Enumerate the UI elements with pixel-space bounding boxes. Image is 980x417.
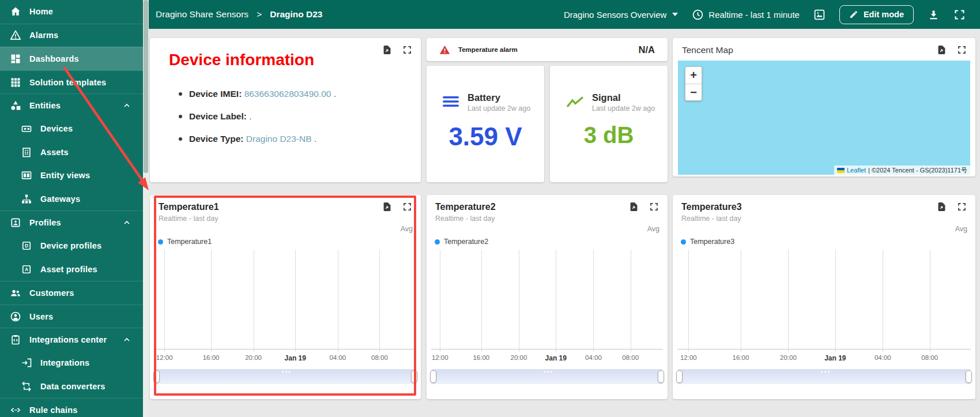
sidebar-item-entities[interactable]: Entities bbox=[0, 93, 143, 117]
scrollbar-thumb[interactable] bbox=[144, 0, 148, 173]
x-axis-labels: 12:00 16:00 20:00 Jan 19 04:00 08:00 bbox=[677, 354, 971, 363]
battery-value: 3.59 V bbox=[427, 122, 544, 151]
export-file-icon[interactable] bbox=[382, 201, 393, 212]
person-circle-icon bbox=[10, 311, 21, 322]
slider-left-handle[interactable] bbox=[153, 370, 160, 383]
sidebar-item-devices[interactable]: Devices bbox=[0, 117, 143, 141]
image-icon[interactable] bbox=[813, 9, 826, 21]
legend-item[interactable]: Temperature2 bbox=[435, 238, 488, 246]
device-label-row: Device Label: . bbox=[178, 111, 336, 122]
timewindow-button[interactable]: Realtime - last 1 minute bbox=[692, 9, 800, 21]
shapes-icon bbox=[10, 100, 21, 111]
leaflet-link[interactable]: Leaflet bbox=[847, 167, 866, 174]
device-imei-row: Device IMEI: 863663062803490.00 . bbox=[178, 89, 336, 99]
breadcrumb: Dragino Share Sensors > Dragino D23 bbox=[149, 9, 323, 20]
expand-icon[interactable] bbox=[956, 201, 967, 212]
chart-title: Temperature3 bbox=[681, 202, 742, 212]
aggregation-label[interactable]: Avg bbox=[401, 225, 413, 233]
chart-plot-area[interactable] bbox=[154, 250, 416, 350]
time-range-slider[interactable] bbox=[154, 369, 416, 384]
export-file-icon[interactable] bbox=[936, 201, 947, 212]
chart-timewindow: Realtime - last day bbox=[435, 215, 495, 223]
clock-icon bbox=[692, 9, 704, 21]
legend-item[interactable]: Temperature1 bbox=[158, 238, 212, 246]
expand-icon[interactable] bbox=[956, 44, 967, 55]
sidebar-item-users[interactable]: Users bbox=[0, 305, 143, 328]
expand-icon[interactable] bbox=[649, 201, 659, 212]
sidebar-item-assets[interactable]: Assets bbox=[0, 141, 143, 164]
sidebar-item-dashboards[interactable]: Dashboards bbox=[0, 47, 143, 70]
slider-right-handle[interactable] bbox=[411, 370, 417, 383]
chart-title: Temperature2 bbox=[435, 202, 496, 212]
breadcrumb-current: Dragino D23 bbox=[270, 9, 322, 20]
alarm-value: N/A bbox=[639, 44, 655, 55]
alarm-triangle-icon bbox=[439, 44, 450, 55]
breadcrumb-root[interactable]: Dragino Share Sensors bbox=[156, 9, 248, 20]
sidebar-item-integrations[interactable]: Integrations bbox=[0, 351, 143, 375]
device-imei-value: 863663062803490.00 bbox=[244, 89, 331, 99]
slider-left-handle[interactable] bbox=[430, 370, 436, 383]
zoom-out-button[interactable]: − bbox=[685, 84, 702, 100]
chart-timewindow: Realtime - last day bbox=[681, 215, 741, 223]
badge-icon bbox=[10, 217, 21, 228]
chart-timewindow: Realtime - last day bbox=[159, 215, 218, 223]
time-range-slider[interactable] bbox=[677, 369, 971, 384]
chevron-up-icon bbox=[122, 218, 131, 227]
svg-text:A: A bbox=[25, 266, 28, 272]
transform-icon bbox=[21, 381, 32, 392]
sidebar-item-home[interactable]: Home bbox=[0, 0, 143, 24]
battery-card: Battery Last update 2w ago 3.59 V bbox=[427, 66, 544, 182]
sidebar-item-gateways[interactable]: Gateways bbox=[0, 187, 143, 211]
sidebar-item-solution-templates[interactable]: Solution templates bbox=[0, 70, 143, 94]
vertical-scrollbar[interactable] bbox=[143, 0, 149, 417]
time-range-slider[interactable] bbox=[431, 369, 663, 384]
home-icon bbox=[10, 6, 21, 17]
expand-icon[interactable] bbox=[402, 44, 413, 55]
letter-d-icon: D bbox=[21, 240, 32, 251]
device-information-card: Device information Device IMEI: 86366306… bbox=[150, 38, 421, 182]
expand-icon[interactable] bbox=[402, 201, 413, 212]
edit-mode-button[interactable]: Edit mode bbox=[839, 5, 914, 24]
sidebar-item-label: Home bbox=[29, 7, 53, 16]
grid-icon bbox=[10, 77, 21, 88]
building-icon bbox=[21, 146, 32, 158]
sidebar-item-data-converters[interactable]: Data converters bbox=[0, 375, 143, 399]
temperature-alarm-card: Temperature alarm N/A bbox=[427, 38, 668, 61]
dashboard-select[interactable]: Dragino Sensors Overview bbox=[564, 10, 678, 20]
sidebar-item-asset-profiles[interactable]: A Asset profiles bbox=[0, 258, 143, 281]
chart-plot-area[interactable] bbox=[431, 250, 663, 350]
fullscreen-icon[interactable] bbox=[953, 9, 966, 21]
caret-down-icon bbox=[672, 13, 678, 16]
device-type-value: Dragino D23-NB bbox=[246, 134, 312, 144]
signal-card: Signal Last update 2w ago 3 dB bbox=[550, 66, 668, 182]
sidebar-item-entity-views[interactable]: Entity views bbox=[0, 164, 143, 187]
sidebar-item-device-profiles[interactable]: D Device profiles bbox=[0, 234, 143, 258]
legend-dot-icon bbox=[158, 239, 163, 245]
sidebar-item-alarms[interactable]: Alarms bbox=[0, 24, 143, 47]
export-file-icon[interactable] bbox=[936, 44, 947, 55]
sidebar-item-customers[interactable]: Customers bbox=[0, 281, 143, 305]
legend-dot-icon bbox=[435, 239, 440, 245]
export-file-icon[interactable] bbox=[628, 201, 639, 212]
sidebar-item-profiles[interactable]: Profiles bbox=[0, 211, 143, 234]
ukraine-flag-icon bbox=[837, 168, 845, 173]
zoom-in-button[interactable]: + bbox=[685, 67, 702, 84]
slider-left-handle[interactable] bbox=[676, 370, 683, 383]
slider-right-handle[interactable] bbox=[966, 370, 972, 383]
dashboard-toolbar: Dragino Share Sensors > Dragino D23 Drag… bbox=[149, 0, 980, 29]
download-icon[interactable] bbox=[928, 9, 940, 21]
aggregation-label[interactable]: Avg bbox=[955, 225, 967, 233]
aggregation-label[interactable]: Avg bbox=[647, 225, 659, 233]
map-canvas[interactable]: + − Leaflet | ©2024 Tencent - GS(2023)11… bbox=[678, 61, 970, 175]
legend-item[interactable]: Temperature3 bbox=[681, 238, 734, 246]
sidebar-item-integrations-center[interactable]: Integrations center bbox=[0, 328, 143, 351]
export-file-icon[interactable] bbox=[382, 44, 393, 55]
signal-line-icon bbox=[566, 95, 585, 109]
chart-plot-area[interactable] bbox=[677, 250, 971, 350]
slider-right-handle[interactable] bbox=[658, 370, 664, 383]
sidebar-item-rule-chains[interactable]: Rule chains bbox=[0, 398, 143, 417]
chart-title: Temperature1 bbox=[159, 202, 219, 212]
chevron-up-icon bbox=[122, 335, 131, 344]
battery-subtitle: Last update 2w ago bbox=[468, 104, 530, 112]
legend-dot-icon bbox=[681, 239, 686, 245]
